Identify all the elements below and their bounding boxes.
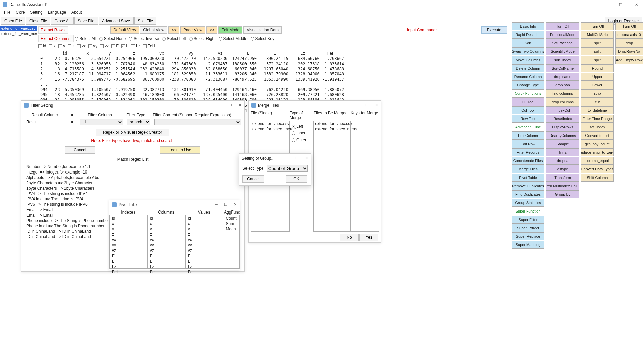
side-btn[interactable]: groupby_count — [581, 140, 614, 148]
side-btn[interactable]: SortColName — [546, 64, 579, 72]
side-btn[interactable]: Add Empty Row — [615, 56, 643, 64]
side-btn[interactable]: Edit Row — [512, 140, 544, 148]
side-btn[interactable]: Super Mapping — [512, 241, 544, 249]
close-icon[interactable]: ✕ — [302, 154, 311, 162]
execute-button[interactable]: Execute — [481, 26, 507, 34]
open-file-button[interactable]: Open File — [1, 17, 25, 25]
side-btn[interactable]: split — [581, 56, 614, 64]
menu-core[interactable]: Core — [13, 9, 27, 16]
side-btn[interactable]: to_datetime — [581, 106, 614, 114]
merge-outer-radio[interactable]: Outer — [292, 138, 309, 142]
next-page-button[interactable]: >> — [206, 26, 217, 34]
extract-rows-input[interactable] — [69, 27, 109, 33]
close-icon[interactable]: ✕ — [235, 101, 244, 109]
page-view-button[interactable]: Page View — [180, 26, 205, 34]
side-btn[interactable]: SetFractional — [546, 39, 579, 47]
side-btn[interactable]: split — [581, 39, 614, 47]
pivot-indexes-list[interactable]: idxyzvxvyvzELLzFeH — [109, 215, 147, 269]
maximize-button[interactable]: ☐ — [613, 0, 629, 9]
side-btn[interactable]: set_index — [581, 123, 614, 131]
col-check-id[interactable]: id — [38, 44, 46, 48]
maximize-icon[interactable]: ☐ — [362, 101, 372, 109]
minimize-icon[interactable]: ─ — [283, 154, 292, 162]
col-check-Lz[interactable]: Lz — [131, 44, 140, 48]
side-btn[interactable]: Filter Time Range — [581, 115, 614, 123]
side-btn[interactable]: ResetIndex — [546, 115, 579, 123]
side-btn[interactable]: dropna axis=0 — [615, 31, 643, 39]
side-btn[interactable]: Shift Column — [581, 174, 614, 182]
side-btn[interactable]: drop nan — [546, 81, 579, 89]
side-btn[interactable]: fillna — [546, 148, 579, 156]
save-file-button[interactable]: Save File — [74, 17, 98, 25]
side-btn[interactable]: Lower — [581, 81, 614, 89]
minimize-button[interactable]: ─ — [598, 0, 613, 9]
file-item-selected[interactable]: extend_for_vaex.csv — [0, 26, 37, 31]
side-btn[interactable]: Find Duplicates — [512, 190, 544, 198]
side-btn[interactable]: Turn Off — [581, 22, 614, 30]
side-btn[interactable]: MultiColStrip — [581, 31, 614, 39]
side-btn[interactable]: Group Statistics — [512, 199, 544, 207]
side-btn[interactable]: Transform — [546, 174, 579, 182]
select-all-radio[interactable]: Select All — [75, 36, 96, 41]
split-file-button[interactable]: Split File — [134, 17, 156, 25]
menu-setting[interactable]: Setting — [27, 9, 45, 16]
side-btn[interactable]: Convert Data Types — [581, 165, 614, 173]
keys-merge-list[interactable] — [350, 121, 379, 232]
side-btn[interactable]: sort_index — [546, 56, 579, 64]
cancel-button[interactable]: Cancel — [65, 146, 95, 154]
side-btn[interactable]: Move Columns — [512, 56, 544, 64]
col-check-vz[interactable]: vz — [100, 44, 109, 48]
advanced-save-button[interactable]: Advanced Save — [99, 17, 134, 25]
side-btn[interactable]: Remove Duplicates — [512, 182, 544, 190]
col-check-vy[interactable]: vy — [88, 44, 97, 48]
side-btn[interactable]: Merge Files — [512, 165, 544, 173]
side-btn[interactable]: Round — [581, 64, 614, 72]
side-btn[interactable]: Filter Records — [512, 148, 544, 156]
visualization-button[interactable]: Visualization Data — [243, 26, 282, 34]
side-btn[interactable]: DisplayColumns — [546, 131, 579, 140]
side-btn[interactable]: Swap Two Columns — [512, 47, 544, 55]
side-btn[interactable]: strip — [581, 89, 614, 98]
merge-left-radio[interactable]: Left — [292, 124, 309, 129]
side-btn[interactable]: Rename Column — [512, 73, 544, 81]
maximize-icon[interactable]: ☐ — [226, 101, 235, 109]
side-btn[interactable]: Change Type — [512, 81, 544, 89]
select-none-radio[interactable]: Select None — [99, 36, 126, 41]
col-check-x[interactable]: x — [49, 44, 55, 48]
side-btn[interactable]: DropRowsNa — [615, 47, 643, 55]
side-btn[interactable]: Pivot Table — [512, 174, 544, 182]
select-left-radio[interactable]: Select Left — [162, 36, 186, 41]
col-check-y[interactable]: y — [58, 44, 65, 48]
close-button[interactable]: ✕ — [629, 0, 644, 9]
menu-file[interactable]: File — [1, 9, 13, 16]
col-check-FeH[interactable]: FeH — [143, 44, 155, 48]
close-icon[interactable]: ✕ — [372, 101, 381, 109]
regex-creator-button[interactable]: Regex.olllo Visual Regex Creator — [96, 129, 169, 136]
side-btn[interactable]: Super Replace — [512, 232, 544, 240]
pivot-columns-list[interactable]: idxyzvxvyvzELLzFeH — [147, 215, 185, 269]
close-file-button[interactable]: Close File — [26, 17, 50, 25]
minimize-icon[interactable]: ─ — [216, 101, 226, 109]
side-btn[interactable]: astype — [546, 165, 579, 173]
select-inverse-radio[interactable]: Select Inverse — [129, 36, 159, 41]
side-btn[interactable]: Convert to List — [581, 131, 614, 140]
side-btn[interactable]: Group By — [546, 190, 579, 198]
side-btn[interactable]: Basic Info — [512, 22, 544, 30]
group-cancel-button[interactable]: Cancel — [242, 175, 264, 183]
side-btn[interactable]: ScientificMode — [546, 47, 579, 55]
side-btn[interactable]: Delete Column — [512, 64, 544, 72]
merge-inner-radio[interactable]: Inner — [292, 131, 309, 136]
side-btn[interactable]: Upper — [581, 73, 614, 81]
close-all-button[interactable]: Close All — [51, 17, 74, 25]
filter-column-select[interactable]: id — [80, 119, 123, 125]
select-right-radio[interactable]: Select Right — [189, 36, 216, 41]
file-item[interactable]: extend_for_vaex_merge. — [0, 31, 37, 36]
side-btn[interactable]: drop — [615, 39, 643, 47]
side-btn[interactable]: Turn Off — [546, 22, 579, 30]
side-btn[interactable]: Sample — [546, 140, 579, 148]
global-view-button[interactable]: Global View — [140, 26, 167, 34]
col-check-E[interactable]: E — [111, 44, 119, 48]
side-btn[interactable]: drop columns — [546, 98, 579, 106]
side-btn[interactable]: Col Tool — [512, 106, 544, 114]
side-btn[interactable]: Super Extract — [512, 224, 544, 232]
